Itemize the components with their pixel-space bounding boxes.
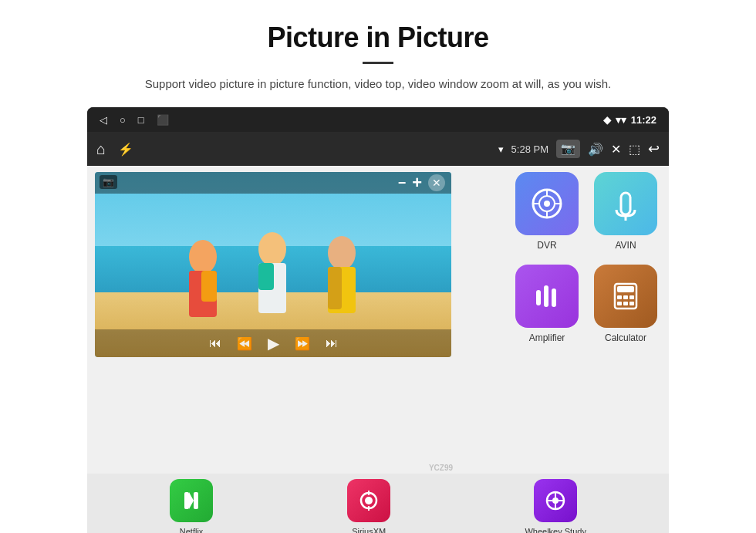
toolbar-right: ▾ 5:28 PM 📷 🔊 ✕ ⬚ ↩ <box>498 140 660 158</box>
svg-rect-25 <box>623 295 628 299</box>
dvr-icon-svg <box>530 187 564 221</box>
app-item-sirius: SiriusXM <box>347 479 390 533</box>
app-item-netflix: Netflix <box>170 479 213 533</box>
toolbar-usb-icon: ⚡ <box>118 142 133 157</box>
status-time: 11:22 <box>631 114 656 126</box>
toolbar-back-icon[interactable]: ↩ <box>648 140 660 157</box>
apps-grid: DVR AVIN <box>511 172 661 349</box>
pip-header: − + ✕ <box>95 172 451 194</box>
toolbar-volume-icon[interactable]: 🔊 <box>588 142 603 157</box>
cast-icon[interactable]: ⬛ <box>157 114 169 126</box>
back-icon[interactable]: ◁ <box>100 114 107 126</box>
dvr-label: DVR <box>537 240 556 251</box>
pip-rewind-icon[interactable]: ⏮ <box>209 336 221 350</box>
calc-icon-box[interactable] <box>594 265 657 328</box>
svg-point-12 <box>544 201 550 207</box>
page-header: Picture in Picture Support video picture… <box>0 0 756 107</box>
svg-rect-19 <box>536 290 541 305</box>
app-item-wheelkey: Wheelkey Study <box>525 479 586 533</box>
pip-play-icon[interactable]: ▶ <box>268 334 279 353</box>
svg-rect-24 <box>617 295 622 299</box>
avin-icon-box[interactable] <box>594 172 657 235</box>
toolbar-time: 5:28 PM <box>511 143 548 155</box>
toolbar-wifi-icon: ▾ <box>498 143 504 155</box>
status-bar-right: ◆ ▾▾ 11:22 <box>603 114 656 126</box>
app-toolbar: ⌂ ⚡ ▾ 5:28 PM 📷 🔊 ✕ ⬚ ↩ <box>87 132 669 166</box>
location-icon: ◆ <box>603 114 611 126</box>
watermark: YCZ99 <box>429 464 453 472</box>
svg-point-34 <box>365 497 373 504</box>
svg-rect-9 <box>328 267 342 309</box>
svg-rect-20 <box>544 285 548 307</box>
svg-rect-3 <box>201 271 217 302</box>
toolbar-pip-icon[interactable]: ⬚ <box>629 142 640 157</box>
netflix-icon-svg <box>180 489 203 512</box>
bottom-apps-row: Netflix SiriusXM <box>87 474 669 533</box>
pip-video[interactable]: 📷 − + ✕ ⏮ ⏪ ▶ ⏩ ⏭ <box>95 172 451 357</box>
svg-rect-21 <box>552 288 556 307</box>
netflix-icon-box[interactable] <box>170 479 213 522</box>
app-item-dvr: DVR <box>511 172 582 257</box>
svg-rect-31 <box>194 492 198 509</box>
svg-rect-28 <box>623 302 628 305</box>
pip-figures <box>141 211 403 334</box>
pip-controls-bottom: ⏮ ⏪ ▶ ⏩ ⏭ <box>95 329 451 357</box>
avin-label: AVIN <box>615 240 636 251</box>
svg-rect-30 <box>184 492 189 509</box>
svg-point-38 <box>552 498 559 504</box>
app-item-avin: AVIN <box>590 172 661 257</box>
pip-next-icon[interactable]: ⏩ <box>295 336 310 351</box>
svg-rect-17 <box>621 193 630 214</box>
status-bar: ◁ ○ □ ⬛ ◆ ▾▾ 11:22 <box>87 107 669 132</box>
app-item-calculator: Calculator <box>590 265 661 349</box>
home-icon[interactable]: ○ <box>120 114 126 126</box>
app-item-amplifier: Amplifier <box>511 265 582 349</box>
page-title: Picture in Picture <box>62 22 694 54</box>
svg-rect-6 <box>258 263 274 290</box>
toolbar-close-icon[interactable]: ✕ <box>611 142 621 157</box>
pip-close-icon[interactable]: ✕ <box>428 174 445 191</box>
svg-rect-27 <box>617 302 622 305</box>
svg-point-4 <box>258 232 286 266</box>
svg-point-0 <box>189 240 217 274</box>
device-frame: ◁ ○ □ ⬛ ◆ ▾▾ 11:22 ⌂ ⚡ ▾ 5:28 PM 📷 🔊 ✕ ⬚… <box>87 107 669 533</box>
main-area: 📷 − + ✕ ⏮ ⏪ ▶ ⏩ ⏭ <box>87 166 669 533</box>
pip-prev-icon[interactable]: ⏪ <box>237 336 252 351</box>
amplifier-label: Amplifier <box>529 332 565 343</box>
svg-rect-29 <box>629 302 634 305</box>
page-description: Support video picture in picture functio… <box>62 75 694 93</box>
svg-marker-32 <box>189 492 194 509</box>
dvr-icon-box[interactable] <box>515 172 579 235</box>
svg-point-7 <box>328 236 356 270</box>
amp-icon-svg <box>530 279 564 313</box>
sirius-icon-svg <box>357 489 380 512</box>
avin-icon-svg <box>609 187 643 221</box>
wheelkey-label: Wheelkey Study <box>525 527 586 533</box>
svg-rect-23 <box>617 286 634 292</box>
amp-icon-box[interactable] <box>515 265 579 328</box>
toolbar-camera-icon[interactable]: 📷 <box>556 140 580 158</box>
svg-rect-2 <box>189 271 201 313</box>
pip-minimize-icon[interactable]: − <box>398 175 407 191</box>
calculator-label: Calculator <box>605 332 646 343</box>
status-bar-left: ◁ ○ □ ⬛ <box>100 114 169 126</box>
netflix-label: Netflix <box>180 527 204 533</box>
wheelkey-icon-box[interactable] <box>534 479 577 522</box>
svg-rect-26 <box>629 295 634 299</box>
toolbar-home-icon[interactable]: ⌂ <box>96 140 106 158</box>
wheelkey-icon-svg <box>544 489 567 512</box>
pip-expand-icon[interactable]: + <box>412 173 422 193</box>
recents-icon[interactable]: □ <box>138 114 144 126</box>
title-divider <box>363 62 393 64</box>
sirius-icon-box[interactable] <box>347 479 390 522</box>
sirius-label: SiriusXM <box>352 527 386 533</box>
pip-forward-icon[interactable]: ⏭ <box>326 336 338 350</box>
wifi-icon: ▾▾ <box>616 114 626 126</box>
calc-icon-svg <box>609 279 643 313</box>
